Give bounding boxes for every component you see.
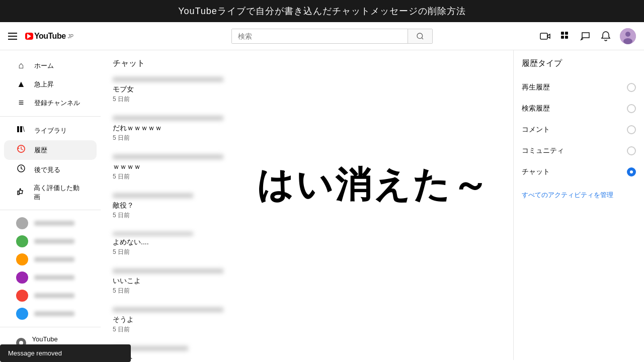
- search-icon: [416, 32, 424, 40]
- chat-blur-6: [113, 268, 223, 274]
- svg-rect-4: [565, 32, 568, 35]
- chat-item-6: いいこよ 5 日前: [113, 268, 501, 295]
- sidebar-item-subscriptions[interactable]: ≡ 登録チャンネル: [4, 94, 97, 112]
- sidebar-channel-item-5[interactable]: [4, 287, 97, 305]
- sidebar-item-trending[interactable]: ▲ 急上昇: [4, 75, 97, 94]
- chat-item-3: ｗｗｗｗ 5 日前: [113, 154, 501, 181]
- chat-time-3: 5 日前: [113, 172, 501, 181]
- radio-item-playback[interactable]: 再生履歴: [522, 77, 636, 98]
- sidebar-label-trending: 急上昇: [34, 80, 54, 89]
- chat-time-7: 5 日前: [113, 325, 501, 334]
- radio-btn-chat[interactable]: [627, 167, 636, 176]
- sidebar-label-watch-later: 後で見る: [34, 165, 60, 174]
- sidebar-item-liked-videos[interactable]: 高く評価した動画: [4, 179, 97, 206]
- youtube-logo: [25, 33, 33, 40]
- play-icon: [27, 34, 31, 39]
- chat-blur-3: [113, 154, 223, 159]
- logo-text: YouTube: [34, 32, 66, 41]
- chat-message-6: いいこよ: [113, 277, 501, 286]
- manage-activity-link[interactable]: すべてのアクティビティを管理: [522, 191, 636, 200]
- sidebar-item-watch-later[interactable]: 後で見る: [4, 160, 97, 179]
- radio-item-community[interactable]: コミュニティ: [522, 140, 636, 161]
- sidebar-label-liked-videos: 高く評価した動画: [34, 184, 85, 202]
- video-camera-icon[interactable]: [539, 30, 551, 42]
- svg-point-9: [623, 38, 632, 44]
- avatar[interactable]: [620, 28, 636, 44]
- menu-icon[interactable]: [8, 33, 17, 40]
- chat-item-5: よめない.... 5 日前: [113, 232, 501, 256]
- search-input[interactable]: [232, 29, 408, 43]
- search-button[interactable]: [408, 29, 432, 43]
- radio-item-chat[interactable]: チャット: [522, 161, 636, 183]
- radio-btn-community[interactable]: [627, 146, 636, 155]
- radio-item-search[interactable]: 検索履歴: [522, 98, 636, 119]
- sidebar-label-history: 履歴: [34, 146, 47, 155]
- radio-item-comment[interactable]: コメント: [522, 119, 636, 140]
- chat-item-2: だれｗｗｗｗｗ 5 日前: [113, 116, 501, 142]
- channel-name-blurred-4: [34, 275, 74, 280]
- chat-item-4: 敵役？ 5 日前: [113, 193, 501, 220]
- grid-icon[interactable]: [559, 30, 572, 42]
- header: YouTube JP: [0, 22, 644, 50]
- sidebar-item-history[interactable]: 履歴: [4, 140, 97, 160]
- svg-rect-2: [540, 33, 547, 39]
- channel-avatar-6: [16, 308, 28, 320]
- sidebar-label-subscriptions: 登録チャンネル: [34, 99, 80, 108]
- svg-rect-6: [565, 36, 568, 39]
- library-icon: [16, 125, 26, 136]
- chat-message-4: 敵役？: [113, 201, 501, 210]
- radio-label-community: コミュニティ: [522, 146, 564, 155]
- svg-rect-5: [561, 36, 564, 39]
- radio-label-playback: 再生履歴: [522, 83, 550, 92]
- history-type-title: 履歴タイプ: [522, 58, 636, 69]
- channel-name-blurred-5: [34, 293, 74, 298]
- header-left: YouTube JP: [8, 32, 129, 41]
- sidebar-channel-item-6[interactable]: [4, 305, 97, 323]
- chat-icon[interactable]: [580, 30, 592, 42]
- chat-time-2: 5 日前: [113, 134, 501, 142]
- logo[interactable]: YouTube JP: [25, 32, 73, 41]
- chat-time-4: 5 日前: [113, 211, 501, 220]
- sidebar-channel-item-4[interactable]: [4, 268, 97, 287]
- liked-videos-icon: [16, 187, 26, 199]
- subscriptions-icon: ≡: [16, 98, 26, 108]
- radio-btn-playback[interactable]: [627, 83, 636, 92]
- notifications-icon[interactable]: [600, 30, 612, 42]
- sidebar-item-library[interactable]: ライブラリ: [4, 121, 97, 140]
- radio-btn-search[interactable]: [627, 104, 636, 113]
- main-layout: ⌂ ホーム ▲ 急上昇 ≡ 登録チャンネル ライブラリ: [0, 50, 644, 360]
- sidebar-label-home: ホーム: [34, 61, 54, 70]
- chat-item-1: モブ女 5 日前: [113, 77, 501, 104]
- radio-label-search: 検索履歴: [522, 104, 550, 113]
- sidebar-channel-item-3[interactable]: [4, 250, 97, 268]
- svg-point-0: [417, 33, 423, 39]
- chat-message-1: モブ女: [113, 85, 501, 94]
- right-panel: 履歴タイプ 再生履歴 検索履歴 コメント コミュニティ チャット すべてのアクテ…: [513, 50, 644, 360]
- chat-blur-1: [113, 77, 223, 82]
- channel-name-blurred-2: [34, 239, 74, 244]
- sidebar-channel-item-2[interactable]: [4, 232, 97, 250]
- chat-item-8: 好きト 5 日前: [113, 346, 501, 360]
- divider-2: [0, 210, 101, 210]
- chat-message-3: ｗｗｗｗ: [113, 162, 501, 171]
- svg-rect-10: [17, 126, 19, 132]
- radio-label-comment: コメント: [522, 125, 550, 134]
- radio-label-chat: チャット: [522, 167, 550, 176]
- channel-name-blurred-6: [34, 311, 74, 316]
- chat-message-7: そうよ: [113, 315, 501, 324]
- home-icon: ⌂: [16, 60, 26, 71]
- title-text: YouTubeライブで自分が書き込んだチャットメッセージの削除方法: [178, 6, 466, 16]
- channel-avatar-3: [16, 253, 28, 265]
- chat-message-8: 好きト: [113, 354, 501, 360]
- svg-line-1: [422, 38, 423, 39]
- chat-time-6: 5 日前: [113, 287, 501, 295]
- chat-blur-7: [113, 307, 223, 312]
- main-content: チャット はい消えた～ モブ女 5 日前 だれｗｗｗｗｗ 5 日前 ｗｗｗｗ 5…: [101, 50, 513, 360]
- sidebar-item-home[interactable]: ⌂ ホーム: [4, 56, 97, 75]
- svg-point-8: [625, 32, 630, 37]
- sidebar-channel-item-1[interactable]: [4, 214, 97, 232]
- divider-1: [0, 116, 101, 117]
- svg-rect-14: [18, 191, 19, 195]
- radio-btn-comment[interactable]: [627, 125, 636, 134]
- divider-3: [0, 327, 101, 327]
